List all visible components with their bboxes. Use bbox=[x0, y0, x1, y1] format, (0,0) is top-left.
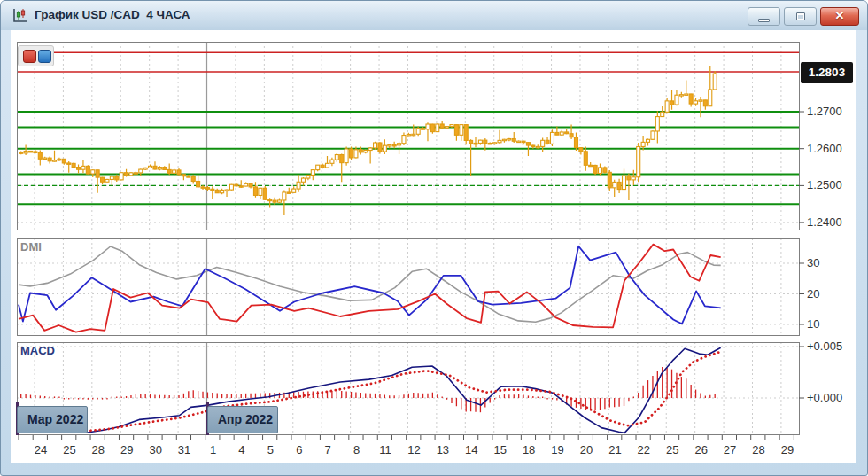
x-axis-label: 18 bbox=[515, 443, 543, 456]
x-axis-label: 30 bbox=[142, 443, 170, 456]
dmi-axis-label: 10 bbox=[807, 317, 819, 331]
macd-axis-label: +0.000 bbox=[807, 391, 842, 404]
window-controls: ✕ bbox=[748, 7, 859, 26]
candlestick-chart-icon bbox=[12, 7, 29, 25]
x-axis-label: 4 bbox=[228, 443, 256, 456]
close-icon: ✕ bbox=[821, 9, 858, 22]
minimize-icon bbox=[758, 19, 770, 22]
x-axis-label: 24 bbox=[27, 443, 55, 456]
x-axis-label: 29 bbox=[773, 443, 802, 456]
x-axis-label: 8 bbox=[343, 443, 371, 456]
x-axis-label: 26 bbox=[687, 443, 716, 456]
x-axis-label: 21 bbox=[601, 443, 629, 456]
x-axis-label: 13 bbox=[429, 443, 457, 456]
price-axis-label: 1.2500 bbox=[807, 178, 842, 191]
grid-vertical bbox=[35, 238, 781, 336]
grid-vertical bbox=[35, 342, 781, 435]
minimize-button[interactable] bbox=[748, 7, 780, 26]
macd-indicator-panel[interactable] bbox=[17, 342, 800, 436]
x-axis-label: 6 bbox=[285, 443, 314, 456]
blue-square-button[interactable] bbox=[38, 50, 51, 63]
x-axis-label: 12 bbox=[399, 443, 428, 456]
x-axis-label: 25 bbox=[55, 443, 83, 456]
dmi-indicator-panel[interactable] bbox=[17, 238, 800, 337]
x-axis-label: 1 bbox=[199, 443, 228, 456]
titlebar[interactable]: График USD /CAD 4 ЧАСА ✕ bbox=[1, 1, 867, 30]
dmi-axis-label: 30 bbox=[807, 256, 819, 269]
x-axis-label: 28 bbox=[84, 443, 112, 456]
dmi-label: DMI bbox=[20, 240, 42, 254]
macd-label: MACD bbox=[20, 344, 55, 357]
x-axis-label: 25 bbox=[658, 443, 686, 456]
dmi-axis-label: 20 bbox=[807, 287, 819, 300]
month-label-apr: Апр 2022 bbox=[207, 406, 278, 433]
x-axis-label: 19 bbox=[544, 443, 572, 456]
macd-histogram bbox=[21, 367, 715, 412]
x-axis-label: 27 bbox=[716, 443, 744, 456]
x-axis-label: 7 bbox=[314, 443, 342, 456]
price-axis-label: 1.2600 bbox=[807, 142, 842, 155]
x-axis-label: 5 bbox=[256, 443, 284, 456]
minus-di-line bbox=[19, 245, 721, 332]
maximize-button[interactable] bbox=[784, 7, 817, 26]
grid-vertical bbox=[35, 42, 781, 230]
x-axis-label: 15 bbox=[486, 443, 515, 456]
panel-border bbox=[18, 43, 800, 230]
x-axis-label: 22 bbox=[630, 443, 658, 456]
horizontal-level-lines bbox=[17, 52, 799, 204]
x-axis-label: 28 bbox=[745, 443, 773, 456]
x-axis-label: 20 bbox=[572, 443, 601, 456]
close-button[interactable]: ✕ bbox=[820, 7, 859, 26]
red-square-button[interactable] bbox=[23, 50, 36, 63]
x-axis-label: 14 bbox=[457, 443, 485, 456]
maximize-icon bbox=[796, 12, 805, 20]
macd-signal-line bbox=[19, 352, 721, 432]
price-axis-label: 1.2400 bbox=[807, 215, 842, 229]
x-axis-label: 11 bbox=[371, 443, 399, 456]
month-label-mar: Мар 2022 bbox=[17, 406, 88, 433]
macd-line bbox=[19, 347, 721, 433]
macd-axis-label: +0.005 bbox=[807, 339, 842, 353]
candlesticks bbox=[19, 66, 717, 215]
x-axis-label: 29 bbox=[112, 443, 141, 456]
price-axis-label: 1.2700 bbox=[807, 105, 842, 118]
plus-di-line bbox=[19, 246, 721, 324]
chart-window: График USD /CAD 4 ЧАСА ✕ 1.27001.26001.2… bbox=[0, 0, 868, 476]
window-title: График USD /CAD 4 ЧАСА bbox=[35, 8, 190, 21]
x-axis-label: 31 bbox=[170, 443, 198, 456]
current-price-label: 1.2803 bbox=[801, 62, 853, 83]
expert-buttons-panel bbox=[18, 45, 54, 66]
price-chart-panel[interactable] bbox=[17, 42, 800, 231]
